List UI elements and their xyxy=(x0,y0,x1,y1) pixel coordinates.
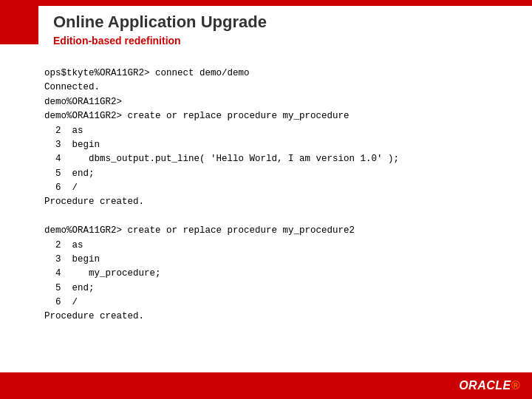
oracle-logo: ORACLE® xyxy=(459,379,520,392)
top-bar xyxy=(0,0,532,6)
code-content: ops$tkyte%ORA11GR2> connect demo/demo Co… xyxy=(44,66,517,362)
page-title: Online Application Upgrade xyxy=(53,12,267,33)
code-block-1: ops$tkyte%ORA11GR2> connect demo/demo Co… xyxy=(44,66,517,210)
page-header: Online Application Upgrade Edition-based… xyxy=(44,6,276,52)
oracle-logo-text: ORACLE xyxy=(459,379,511,392)
footer-bar: ORACLE® xyxy=(0,372,532,399)
red-square-decoration xyxy=(0,6,38,44)
page-subtitle: Edition-based redefinition xyxy=(53,35,267,47)
oracle-logo-dot: ® xyxy=(511,379,520,392)
code-block-2: demo%ORA11GR2> create or replace procedu… xyxy=(44,224,517,324)
